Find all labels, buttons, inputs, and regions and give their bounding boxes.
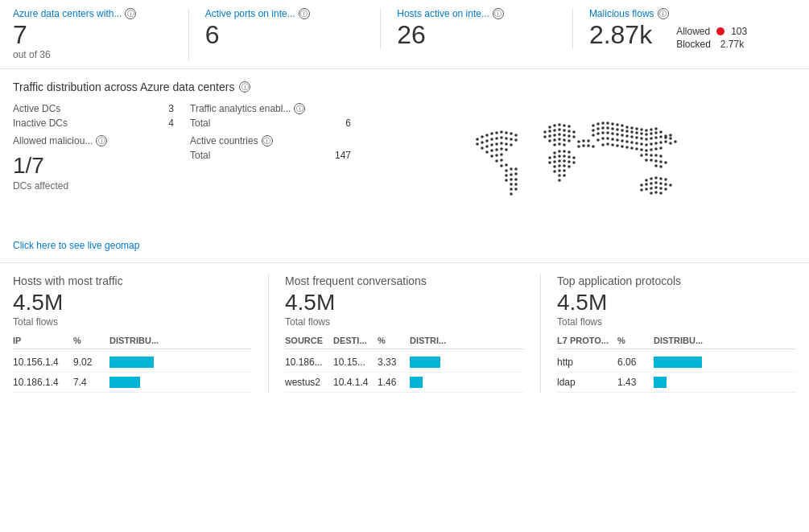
geomap-link[interactable]: Click here to see live geomap	[13, 240, 796, 251]
svg-point-53	[558, 123, 561, 126]
hosts-col-ip: IP	[13, 336, 73, 345]
svg-point-211	[664, 183, 667, 186]
svg-point-15	[505, 137, 508, 140]
active-countries-info-icon[interactable]: ⓘ	[262, 135, 273, 146]
svg-point-202	[650, 177, 653, 180]
svg-point-110	[592, 145, 595, 148]
total-traffic-label: Total	[190, 118, 210, 129]
traffic-distribution-info-icon[interactable]: ⓘ	[239, 81, 250, 93]
svg-point-187	[650, 154, 653, 157]
svg-point-57	[548, 130, 551, 133]
hosts-active-metric: Hosts active on inte... ⓘ 26	[397, 8, 573, 49]
svg-point-24	[510, 143, 513, 146]
protocols-title: Top application protocols	[557, 274, 796, 287]
protocols-sub: Total flows	[557, 316, 796, 328]
svg-point-44	[510, 178, 513, 181]
blocked-label: Blocked	[676, 39, 711, 50]
svg-point-60	[563, 129, 566, 132]
proto-row-2: ldap 1.43	[557, 373, 796, 393]
svg-point-36	[505, 163, 508, 167]
allowed-malicious-info-icon[interactable]: ⓘ	[96, 135, 107, 146]
svg-point-88	[548, 161, 551, 164]
conv-row-2: westus2 10.4.1.4 1.46	[285, 373, 524, 393]
svg-point-212	[669, 184, 672, 187]
proto-row-1: http 6.06	[557, 353, 796, 373]
azure-dc-info-icon[interactable]: ⓘ	[125, 8, 136, 19]
svg-point-195	[654, 164, 658, 167]
proto-row1-pct: 6.06	[617, 357, 654, 368]
hosts-active-info-icon[interactable]: ⓘ	[493, 8, 504, 19]
svg-point-33	[495, 159, 498, 163]
svg-point-84	[558, 155, 561, 158]
active-ports-label[interactable]: Active ports on inte... ⓘ	[205, 8, 365, 19]
svg-point-136	[645, 133, 648, 136]
svg-point-214	[645, 188, 648, 191]
svg-point-91	[563, 159, 566, 163]
proto-col-proto: L7 PROTO...	[557, 336, 617, 345]
svg-point-207	[645, 183, 648, 186]
svg-point-193	[659, 160, 662, 163]
azure-dc-label[interactable]: Azure data centers with... ⓘ	[13, 8, 172, 19]
svg-point-104	[577, 140, 580, 143]
svg-point-6	[505, 131, 508, 134]
svg-point-34	[500, 159, 503, 162]
proto-row2-pct: 1.43	[617, 377, 654, 388]
svg-point-219	[650, 192, 653, 195]
svg-point-196	[659, 165, 662, 168]
svg-point-70	[548, 139, 551, 142]
active-ports-info-icon[interactable]: ⓘ	[299, 8, 310, 19]
svg-point-182	[650, 148, 653, 151]
protocols-panel: Top application protocols 4.5M Total flo…	[557, 274, 796, 393]
traffic-distribution-section: Traffic distribution across Azure data c…	[0, 69, 809, 263]
svg-point-55	[568, 125, 571, 128]
allowed-malicious-label: Allowed maliciou...	[13, 135, 93, 146]
svg-point-133	[630, 130, 634, 134]
hosts-col-dist: DISTRIBU...	[109, 336, 252, 345]
svg-point-81	[568, 151, 571, 154]
svg-point-32	[500, 153, 503, 156]
svg-point-218	[664, 188, 667, 191]
conv-row1-dst: 10.15...	[333, 357, 378, 368]
proto-table-header: L7 PROTO... % DISTRIBU...	[557, 336, 796, 349]
svg-point-63	[543, 135, 547, 138]
svg-point-59	[558, 128, 561, 131]
svg-point-43	[505, 179, 508, 182]
hosts-row1-bar-fill	[109, 357, 154, 368]
malicious-flows-label[interactable]: Malicious flows ⓘ	[589, 8, 780, 19]
hosts-row1-bar	[109, 357, 252, 368]
svg-point-46	[510, 183, 513, 186]
svg-point-0	[476, 138, 479, 141]
svg-point-177	[625, 146, 629, 149]
svg-point-79	[558, 150, 561, 153]
hosts-active-label[interactable]: Hosts active on inte... ⓘ	[397, 8, 556, 19]
svg-point-74	[568, 139, 571, 142]
svg-point-49	[514, 188, 518, 191]
svg-point-103	[558, 179, 561, 182]
traffic-analytics-label: Traffic analytics enabl...	[190, 103, 291, 114]
svg-point-95	[558, 164, 561, 167]
svg-point-140	[592, 134, 595, 137]
malicious-flows-info-icon[interactable]: ⓘ	[658, 8, 669, 19]
svg-point-189	[659, 155, 662, 158]
svg-point-69	[572, 135, 576, 138]
inactive-dcs-row: Inactive DCs 4	[13, 118, 174, 129]
svg-point-31	[495, 154, 498, 157]
active-dcs-row: Active DCs 3	[13, 103, 174, 114]
traffic-distribution-title-text: Traffic distribution across Azure data c…	[13, 80, 234, 93]
svg-point-175	[616, 144, 619, 147]
svg-point-5	[500, 130, 503, 134]
hosts-row-2: 10.186.1.4 7.4	[13, 373, 252, 393]
world-map-container: .dot { fill: #333; }	[351, 103, 796, 232]
svg-point-93	[572, 161, 576, 164]
active-ports-metric: Active ports on inte... ⓘ 6	[205, 8, 382, 49]
svg-point-30	[490, 155, 493, 158]
svg-point-58	[553, 129, 556, 132]
svg-point-11	[485, 139, 489, 142]
active-dcs-value: 3	[168, 103, 174, 114]
proto-row1-bar	[654, 357, 796, 368]
svg-point-29	[505, 148, 508, 151]
traffic-analytics-info-icon[interactable]: ⓘ	[294, 103, 305, 114]
svg-point-62	[572, 130, 576, 134]
svg-point-194	[664, 161, 667, 164]
svg-point-115	[611, 122, 614, 126]
